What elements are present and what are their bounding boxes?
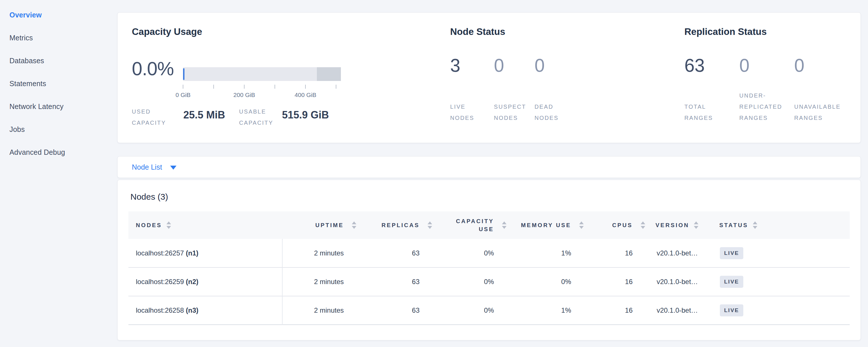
under-replicated-ranges-count: 0: [739, 56, 750, 75]
node-address-cell[interactable]: localhost:26259 (n2): [128, 267, 282, 296]
capacity-gauge-reserved-segment: [317, 67, 341, 81]
axis-tick-label: 400 GiB: [294, 92, 316, 98]
capacity-use-cell: 0%: [424, 267, 498, 296]
status-badge: LIVE: [720, 304, 743, 316]
uptime-cell: 2 minutes: [282, 296, 348, 325]
unavailable-ranges-label: UNAVAILABLE RANGES: [794, 101, 861, 124]
used-capacity-value: 25.5 MiB: [183, 109, 225, 121]
axis-tick: [305, 85, 306, 89]
total-ranges-count: 63: [684, 56, 705, 75]
replication-status-title: Replication Status: [684, 26, 767, 37]
nodes-table-card: Nodes (3) NODES UPTIME: [117, 180, 861, 340]
total-ranges-label: TOTAL RANGES: [684, 101, 721, 124]
table-row[interactable]: localhost:26259 (n2) 2 minutes 63 0% 0% …: [128, 267, 850, 296]
replicas-cell: 63: [348, 267, 424, 296]
status-cell: LIVE: [718, 239, 850, 267]
node-list-dropdown[interactable]: Node List: [132, 163, 177, 171]
capacity-used-percent: 0.0%: [132, 58, 174, 80]
cpus-cell: 16: [575, 267, 637, 296]
nodes-table-title: Nodes (3): [130, 192, 861, 202]
sidebar-item-jobs[interactable]: Jobs: [9, 118, 117, 141]
version-cell: v20.1.0-bet…: [637, 239, 718, 267]
sidebar-item-advanced-debug[interactable]: Advanced Debug: [9, 141, 117, 164]
unavailable-ranges-count: 0: [794, 56, 805, 75]
axis-tick-label: 0 GiB: [176, 92, 191, 98]
sort-icon: [166, 221, 171, 229]
cluster-overview-page: Overview Metrics Databases Statements Ne…: [0, 0, 868, 347]
column-header-memory-use[interactable]: MEMORY USE: [498, 212, 575, 239]
sort-icon: [694, 221, 699, 229]
capacity-usage-section: Capacity Usage 0.0% 0 GiB 200 GiB 400 Gi…: [132, 12, 449, 143]
sidebar-item-metrics[interactable]: Metrics: [9, 26, 117, 49]
status-cell: LIVE: [718, 296, 850, 325]
caret-down-icon: [170, 166, 177, 170]
node-list-dropdown-card: Node List: [117, 156, 861, 178]
capacity-use-cell: 0%: [424, 296, 498, 325]
node-status-section: Node Status 3 0 0 LIVE NODES SUSPECT NOD…: [450, 12, 679, 143]
cpus-cell: 16: [575, 296, 637, 325]
uptime-cell: 2 minutes: [282, 267, 348, 296]
suspect-nodes-count: 0: [494, 56, 504, 75]
usable-capacity-value: 515.9 GiB: [282, 109, 329, 121]
node-list-dropdown-label: Node List: [132, 163, 162, 171]
main-content: Capacity Usage 0.0% 0 GiB 200 GiB 400 Gi…: [117, 0, 861, 340]
dead-nodes-count: 0: [534, 56, 545, 75]
axis-tick: [275, 85, 275, 89]
memory-use-cell: 1%: [498, 296, 575, 325]
column-header-replicas[interactable]: REPLICAS: [348, 212, 424, 239]
replicas-cell: 63: [348, 239, 424, 267]
status-badge: LIVE: [720, 276, 743, 288]
column-header-cpus[interactable]: CPUS: [575, 212, 637, 239]
sort-icon: [753, 221, 757, 229]
column-header-nodes[interactable]: NODES: [128, 212, 282, 239]
cluster-summary-card: Capacity Usage 0.0% 0 GiB 200 GiB 400 Gi…: [117, 12, 861, 143]
column-header-capacity-use[interactable]: CAPACITY USE: [424, 212, 498, 239]
sidebar-item-overview[interactable]: Overview: [9, 3, 117, 26]
sidebar: Overview Metrics Databases Statements Ne…: [0, 0, 117, 347]
capacity-gauge-bar: [183, 67, 341, 81]
column-header-uptime[interactable]: UPTIME: [282, 212, 348, 239]
table-row[interactable]: localhost:26257 (n1) 2 minutes 63 0% 1% …: [128, 239, 850, 267]
axis-tick: [336, 85, 336, 89]
replicas-cell: 63: [348, 296, 424, 325]
replication-status-section: Replication Status 63 0 0 TOTAL RANGES U…: [684, 12, 859, 143]
table-row[interactable]: localhost:26258 (n3) 2 minutes 63 0% 1% …: [128, 296, 850, 325]
capacity-usage-title: Capacity Usage: [132, 26, 202, 37]
usable-capacity-label: USABLE CAPACITY: [239, 106, 288, 128]
column-header-version[interactable]: VERSION: [637, 212, 718, 239]
uptime-cell: 2 minutes: [282, 239, 348, 267]
axis-tick: [213, 85, 214, 89]
table-header-row: NODES UPTIME REPLICAS CAPACIT: [128, 212, 850, 239]
capacity-use-cell: 0%: [424, 239, 498, 267]
memory-use-cell: 1%: [498, 239, 575, 267]
axis-tick: [244, 85, 245, 89]
version-cell: v20.1.0-bet…: [637, 296, 718, 325]
live-nodes-label: LIVE NODES: [450, 101, 482, 124]
column-header-status[interactable]: STATUS: [718, 212, 850, 239]
live-nodes-count: 3: [450, 56, 461, 75]
sidebar-item-statements[interactable]: Statements: [9, 72, 117, 95]
cpus-cell: 16: [575, 239, 637, 267]
capacity-gauge-used-segment: [183, 68, 184, 80]
axis-tick-label: 200 GiB: [234, 92, 255, 98]
version-cell: v20.1.0-bet…: [637, 267, 718, 296]
nodes-table: NODES UPTIME REPLICAS CAPACIT: [128, 212, 850, 325]
sidebar-item-network-latency[interactable]: Network Latency: [9, 95, 117, 118]
status-badge: LIVE: [720, 247, 743, 259]
node-address-cell[interactable]: localhost:26258 (n3): [128, 296, 282, 325]
used-capacity-label: USED CAPACITY: [132, 106, 178, 128]
sidebar-item-databases[interactable]: Databases: [9, 49, 117, 72]
memory-use-cell: 0%: [498, 267, 575, 296]
dead-nodes-label: DEAD NODES: [534, 101, 566, 124]
axis-tick: [183, 85, 183, 89]
node-status-title: Node Status: [450, 26, 505, 37]
status-cell: LIVE: [718, 267, 850, 296]
suspect-nodes-label: SUSPECT NODES: [494, 101, 532, 124]
node-address-cell[interactable]: localhost:26257 (n1): [128, 239, 282, 267]
